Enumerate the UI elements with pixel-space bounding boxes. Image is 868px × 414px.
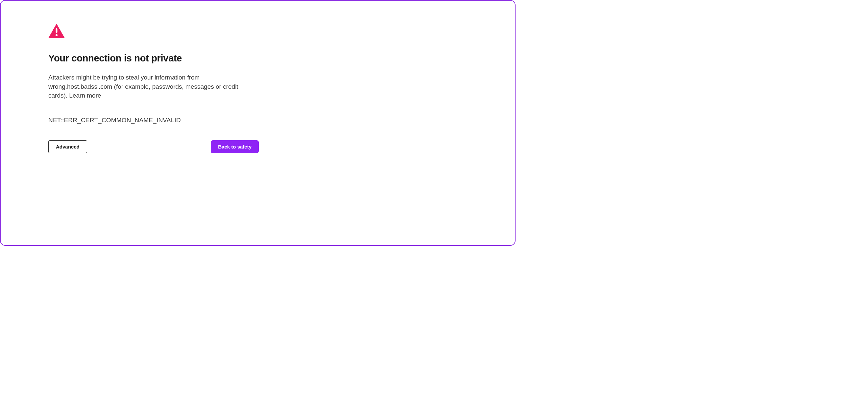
page-title: Your connection is not private [48, 53, 259, 64]
warning-triangle-icon [48, 24, 65, 38]
error-code: NET::ERR_CERT_COMMON_NAME_INVALID [48, 117, 259, 124]
back-to-safety-button[interactable]: Back to safety [211, 140, 259, 153]
learn-more-link[interactable]: Learn more [69, 92, 101, 99]
content-area: Your connection is not private Attackers… [48, 24, 259, 153]
warning-description: Attackers might be trying to steal your … [48, 73, 259, 100]
button-row: Advanced Back to safety [48, 140, 259, 153]
svg-point-1 [56, 34, 58, 36]
advanced-button[interactable]: Advanced [48, 140, 87, 153]
svg-rect-0 [56, 28, 58, 33]
privacy-error-page: Your connection is not private Attackers… [0, 0, 516, 246]
